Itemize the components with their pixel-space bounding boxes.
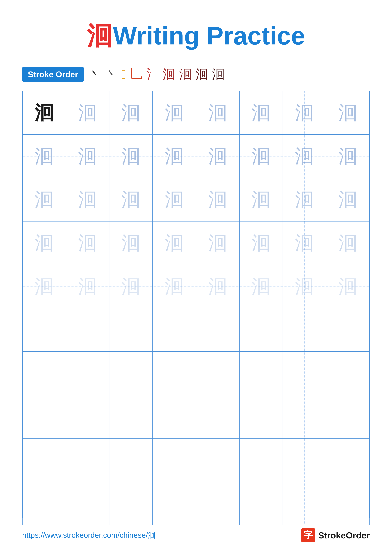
grid-cell[interactable] [66,308,109,351]
practice-char: 洄 [295,277,314,296]
grid-cell[interactable] [239,395,283,438]
grid-cell[interactable] [66,482,109,525]
practice-char: 洄 [295,234,314,253]
grid-cell[interactable]: 洄 [239,178,283,221]
grid-cell[interactable] [326,351,370,395]
grid-cell[interactable] [153,351,196,395]
grid-cell[interactable] [283,438,326,482]
grid-cell[interactable]: 洄 [22,221,66,265]
grid-cell[interactable] [153,482,196,525]
grid-cell[interactable] [326,482,370,525]
grid-cell[interactable]: 洄 [239,265,283,308]
grid-cell[interactable] [196,308,239,351]
practice-char: 洄 [35,234,54,253]
grid-cell[interactable]: 洄 [109,134,153,178]
grid-cell[interactable] [239,351,283,395]
logo-text: StrokeOrder [318,530,370,540]
grid-cell[interactable] [109,482,153,525]
grid-cell[interactable] [22,482,66,525]
grid-cell[interactable]: 洄 [196,134,239,178]
grid-cell[interactable]: 洄 [109,178,153,221]
stroke-order-badge: Stroke Order [22,67,84,82]
grid-cell[interactable] [239,482,283,525]
grid-cell[interactable]: 洄 [66,178,109,221]
grid-cell[interactable]: 洄 [326,134,370,178]
grid-cell[interactable] [283,308,326,351]
grid-cell[interactable] [196,482,239,525]
grid-cell[interactable] [153,438,196,482]
practice-char: 洄 [121,234,140,253]
grid-cell[interactable]: 洄 [22,91,66,134]
grid-cell[interactable] [196,351,239,395]
grid-cell[interactable] [153,308,196,351]
grid-cell[interactable]: 洄 [196,221,239,265]
practice-char: 洄 [252,147,271,166]
grid-cell[interactable] [196,395,239,438]
grid-cell[interactable]: 洄 [283,91,326,134]
stroke-order-row: Stroke Order 丶 丶 𠃌 乚 氵 洄 洄 洄 洄 [22,66,370,83]
page: 洄 Writing Practice Stroke Order 丶 丶 𠃌 乚 … [0,0,392,555]
grid-cell[interactable]: 洄 [22,178,66,221]
grid-cell[interactable]: 洄 [153,265,196,308]
grid-cell[interactable] [109,395,153,438]
grid-cell[interactable] [109,308,153,351]
grid-cell[interactable]: 洄 [22,265,66,308]
practice-char: 洄 [338,147,357,166]
grid-cell[interactable] [153,395,196,438]
grid-cell[interactable]: 洄 [22,134,66,178]
grid-cell[interactable]: 洄 [109,91,153,134]
grid-cell[interactable]: 洄 [283,134,326,178]
grid-cell[interactable] [326,395,370,438]
grid-cell[interactable]: 洄 [153,134,196,178]
title-area: 洄 Writing Practice [22,19,370,53]
grid-cell[interactable]: 洄 [153,178,196,221]
grid-cell[interactable] [66,395,109,438]
grid-cell[interactable]: 洄 [196,265,239,308]
grid-cell[interactable] [22,395,66,438]
grid-cell[interactable]: 洄 [326,91,370,134]
grid-cell[interactable]: 洄 [239,221,283,265]
grid-cell[interactable]: 洄 [326,265,370,308]
grid-cell[interactable] [22,308,66,351]
grid-cell[interactable]: 洄 [326,178,370,221]
practice-char: 洄 [208,277,227,296]
grid-cell[interactable]: 洄 [283,265,326,308]
grid-cell[interactable] [66,351,109,395]
grid-cell[interactable] [196,438,239,482]
grid-cell[interactable] [326,308,370,351]
grid-cell[interactable] [326,438,370,482]
grid-cell[interactable]: 洄 [109,221,153,265]
practice-char: 洄 [78,147,97,166]
footer-url: https://www.strokeorder.com/chinese/洄 [22,530,156,540]
grid-cell[interactable] [239,438,283,482]
grid-cell[interactable]: 洄 [66,134,109,178]
grid-cell[interactable]: 洄 [196,178,239,221]
practice-char: 洄 [165,147,184,166]
grid-cell[interactable] [66,438,109,482]
practice-char: 洄 [252,103,271,122]
grid-cell[interactable]: 洄 [283,221,326,265]
grid-cell[interactable]: 洄 [66,221,109,265]
grid-cell[interactable]: 洄 [239,91,283,134]
grid-cell[interactable]: 洄 [109,265,153,308]
practice-char: 洄 [252,277,271,296]
grid-cell[interactable] [22,438,66,482]
grid-cell[interactable]: 洄 [239,134,283,178]
grid-cell[interactable] [283,351,326,395]
grid-cell[interactable] [109,438,153,482]
grid-cell[interactable]: 洄 [283,178,326,221]
grid-cell[interactable] [109,351,153,395]
footer-logo: 字 StrokeOrder [301,528,370,542]
grid-cell[interactable] [239,308,283,351]
grid-cell[interactable]: 洄 [66,265,109,308]
grid-cell[interactable]: 洄 [196,91,239,134]
practice-char: 洄 [208,234,227,253]
grid-cell[interactable]: 洄 [153,91,196,134]
grid-cell[interactable] [22,351,66,395]
practice-char: 洄 [252,234,271,253]
grid-cell[interactable] [283,395,326,438]
grid-cell[interactable]: 洄 [153,221,196,265]
grid-cell[interactable]: 洄 [326,221,370,265]
grid-cell[interactable] [283,482,326,525]
grid-cell[interactable]: 洄 [66,91,109,134]
